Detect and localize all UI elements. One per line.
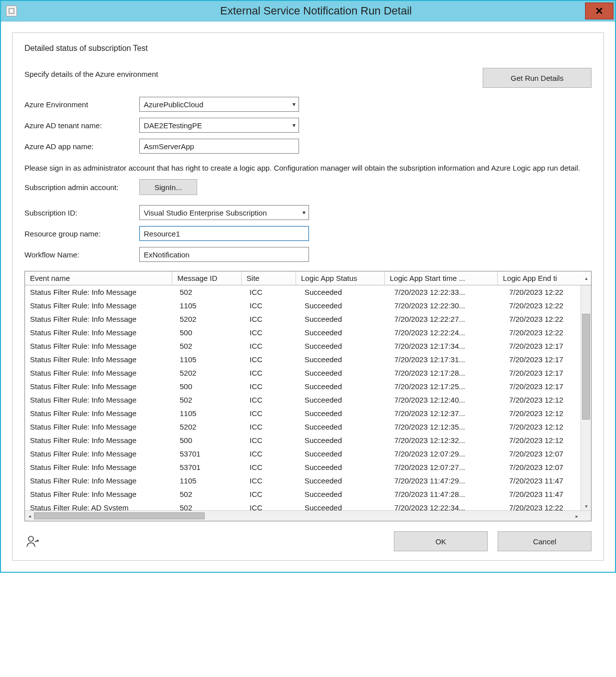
cell-message-id: 502 — [175, 490, 245, 498]
scroll-up-icon[interactable]: ▴ — [585, 275, 588, 281]
cell-status: Succeeded — [300, 301, 389, 310]
table-row[interactable]: Status Filter Rule: Info Message502ICCSu… — [25, 487, 591, 501]
cell-site: ICC — [245, 490, 300, 498]
run-detail-grid[interactable]: Event name Message ID Site Logic App Sta… — [24, 271, 592, 521]
azure-app-label: Azure AD app name: — [24, 142, 139, 151]
cell-end-time: 7/20/2023 12:12 — [504, 396, 589, 404]
azure-app-name-field[interactable]: AsmServerApp — [139, 139, 299, 154]
column-header-event[interactable]: Event name — [25, 271, 172, 285]
cell-start-time: 7/20/2023 12:22:33... — [389, 288, 504, 296]
table-row[interactable]: Status Filter Rule: Info Message5202ICCS… — [25, 420, 591, 434]
scroll-right-icon[interactable]: ▸ — [572, 511, 581, 520]
cell-message-id: 5202 — [175, 369, 245, 377]
scroll-left-icon[interactable]: ◂ — [25, 511, 34, 520]
table-row[interactable]: Status Filter Rule: Info Message5202ICCS… — [25, 312, 591, 326]
table-row[interactable]: Status Filter Rule: Info Message500ICCSu… — [25, 326, 591, 339]
column-header-end-time[interactable]: Logic App End ti — [498, 271, 581, 285]
cell-event: Status Filter Rule: Info Message — [25, 355, 175, 364]
h-scroll-track[interactable] — [34, 512, 572, 519]
cell-event: Status Filter Rule: Info Message — [25, 423, 175, 431]
signin-instructions: Please sign in as administrator account … — [24, 163, 592, 173]
cell-event: Status Filter Rule: AD System — [25, 503, 175, 510]
cell-site: ICC — [245, 463, 300, 471]
cell-status: Succeeded — [300, 463, 389, 471]
cell-event: Status Filter Rule: Info Message — [25, 450, 175, 458]
signin-button[interactable]: SignIn... — [139, 179, 197, 195]
cell-end-time: 7/20/2023 12:17 — [504, 369, 589, 377]
ok-button[interactable]: OK — [394, 531, 488, 551]
dialog-footer: OK Cancel — [24, 531, 592, 551]
table-row[interactable]: Status Filter Rule: Info Message1105ICCS… — [25, 353, 591, 366]
cell-message-id: 1105 — [175, 409, 245, 418]
cell-site: ICC — [245, 450, 300, 458]
table-row[interactable]: Status Filter Rule: Info Message500ICCSu… — [25, 434, 591, 447]
table-row[interactable]: Status Filter Rule: Info Message502ICCSu… — [25, 339, 591, 353]
table-row[interactable]: Status Filter Rule: Info Message1105ICCS… — [25, 407, 591, 420]
window: External Service Notification Run Detail… — [0, 0, 616, 573]
resource-group-label: Resource group name: — [24, 229, 139, 238]
cell-message-id: 502 — [175, 342, 245, 350]
cancel-button[interactable]: Cancel — [498, 531, 592, 551]
azure-tenant-value: DAE2ETestingPE — [144, 121, 202, 130]
chevron-down-icon: ▾ — [293, 101, 296, 108]
close-button[interactable]: ✕ — [585, 2, 614, 19]
cell-start-time: 7/20/2023 12:07:29... — [389, 450, 504, 458]
cell-end-time: 7/20/2023 12:17 — [504, 355, 589, 364]
h-scrollbar-thumb[interactable] — [34, 512, 205, 519]
cell-status: Succeeded — [300, 490, 389, 498]
cell-event: Status Filter Rule: Info Message — [25, 409, 175, 418]
cell-end-time: 7/20/2023 12:12 — [504, 423, 589, 431]
subscription-id-combo[interactable]: Visual Studio Enterprise Subscription ▾ — [139, 205, 309, 220]
table-row[interactable]: Status Filter Rule: Info Message502ICCSu… — [25, 393, 591, 407]
cell-status: Succeeded — [300, 342, 389, 350]
cell-start-time: 7/20/2023 12:12:37... — [389, 409, 504, 418]
cell-start-time: 7/20/2023 12:17:31... — [389, 355, 504, 364]
column-header-start-time[interactable]: Logic App Start time ... — [385, 271, 498, 285]
cell-status: Succeeded — [300, 355, 389, 364]
table-row[interactable]: Status Filter Rule: Info Message502ICCSu… — [25, 285, 591, 299]
get-run-details-button[interactable]: Get Run Details — [483, 68, 592, 88]
resource-group-field[interactable]: Resource1 — [139, 226, 309, 241]
azure-app-name-value: AsmServerApp — [144, 142, 194, 151]
azure-tenant-combo[interactable]: DAE2ETestingPE ▾ — [139, 118, 299, 133]
cell-end-time: 7/20/2023 12:22 — [504, 301, 589, 310]
table-row[interactable]: Status Filter Rule: Info Message5202ICCS… — [25, 366, 591, 380]
scrollbar-thumb[interactable] — [582, 314, 590, 420]
azure-environment-combo[interactable]: AzurePublicCloud ▾ — [139, 97, 299, 112]
cell-start-time: 7/20/2023 12:12:40... — [389, 396, 504, 404]
scroll-down-icon[interactable]: ▾ — [582, 501, 591, 510]
cell-start-time: 7/20/2023 12:17:25... — [389, 382, 504, 391]
cell-event: Status Filter Rule: Info Message — [25, 382, 175, 391]
column-header-site[interactable]: Site — [242, 271, 296, 285]
cell-status: Succeeded — [300, 369, 389, 377]
table-row[interactable]: Status Filter Rule: Info Message53701ICC… — [25, 447, 591, 460]
table-row[interactable]: Status Filter Rule: Info Message53701ICC… — [25, 460, 591, 474]
azure-tenant-label: Azure AD tenant name: — [24, 121, 139, 130]
horizontal-scrollbar[interactable]: ◂ ▸ — [25, 510, 591, 521]
cell-start-time: 7/20/2023 12:12:35... — [389, 423, 504, 431]
svg-point-1 — [28, 536, 33, 541]
cell-site: ICC — [245, 301, 300, 310]
cell-message-id: 500 — [175, 382, 245, 391]
table-row[interactable]: Status Filter Rule: Info Message1105ICCS… — [25, 474, 591, 487]
resource-group-value: Resource1 — [144, 229, 180, 238]
cell-site: ICC — [245, 476, 300, 485]
cell-end-time: 7/20/2023 12:22 — [504, 315, 589, 323]
chevron-down-icon: ▾ — [303, 209, 306, 216]
cell-end-time: 7/20/2023 12:22 — [504, 288, 589, 296]
chevron-down-icon: ▾ — [293, 122, 296, 129]
vertical-scrollbar[interactable]: ▾ — [581, 285, 591, 510]
cell-end-time: 7/20/2023 12:12 — [504, 436, 589, 445]
cell-message-id: 502 — [175, 288, 245, 296]
table-row[interactable]: Status Filter Rule: Info Message500ICCSu… — [25, 380, 591, 393]
cell-status: Succeeded — [300, 382, 389, 391]
cell-status: Succeeded — [300, 288, 389, 296]
cell-start-time: 7/20/2023 11:47:28... — [389, 490, 504, 498]
workflow-name-field[interactable]: ExNotification — [139, 247, 309, 262]
column-header-status[interactable]: Logic App Status — [296, 271, 385, 285]
column-header-message-id[interactable]: Message ID — [172, 271, 242, 285]
cell-message-id: 500 — [175, 436, 245, 445]
cell-status: Succeeded — [300, 315, 389, 323]
table-row[interactable]: Status Filter Rule: AD System502ICCSucce… — [25, 501, 591, 510]
table-row[interactable]: Status Filter Rule: Info Message1105ICCS… — [25, 299, 591, 312]
